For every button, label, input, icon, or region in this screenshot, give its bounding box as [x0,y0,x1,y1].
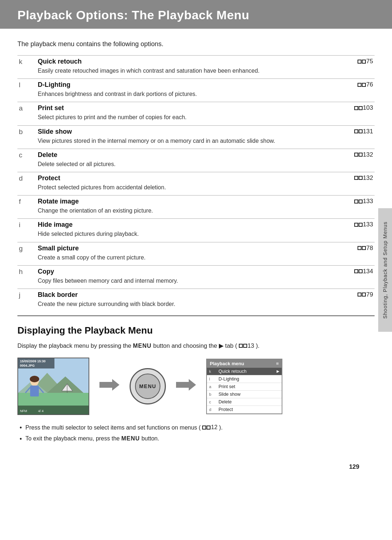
menu-desc-row-3: View pictures stored in the internal mem… [17,137,375,149]
menu-ref-5: 132 [247,172,375,183]
svg-text:15/05/2009 15:30: 15/05/2009 15:30 [20,359,46,363]
menu-item-row-7: i Hide image 133 [17,219,375,230]
menu-item-row-6: f Rotate image 133 [17,196,375,207]
menu-item-row-1: l D-Lighting 76 [17,79,375,90]
arrow-2 [176,378,196,395]
menu-ref-9: 134 [247,265,375,277]
menu-icon-8: g [17,242,36,253]
intro-text: The playback menu contains the following… [17,40,375,48]
side-tab: Shooting, Playback and Setup Menus [378,208,392,332]
desc-indent-3 [17,137,36,149]
desc-indent-5 [17,183,36,196]
menu-keyword: MENU [133,343,151,349]
menu-desc-row-6: Change the orientation of an existing pi… [17,206,375,219]
svg-marker-18 [99,379,119,391]
header-bar: Playback Options: The Playback Menu [0,0,392,29]
menu-ref-1: 76 [247,79,375,90]
section-divider [17,315,375,316]
pm-item-1: l D-Lighting [207,375,282,383]
desc-indent-9 [17,277,36,289]
menu-btn-label: MENU [139,383,156,389]
desc-indent-6 [17,206,36,219]
svg-rect-15 [18,406,89,415]
arrow-1 [99,378,119,395]
menu-desc-2: Select pictures to print and the number … [36,113,375,125]
menu-desc-9: Copy files between memory card and inter… [36,277,375,289]
menu-desc-row-8: Create a small copy of the current pictu… [17,253,375,266]
svg-text:NFM: NFM [20,409,27,413]
image-demonstration-row: 15/05/2009 15:30 0004.JPG NFM 4/ 4 MENU [17,358,375,415]
pm-item-3: b Slide show [207,391,282,398]
menu-desc-row-9: Copy files between memory card and inter… [17,277,375,289]
menu-icon-7: i [17,219,36,230]
pm-item-arrow-0: ▶ [277,369,279,373]
svg-point-11 [30,376,39,382]
pm-item-label-0: Quick retouch [219,369,246,374]
camera-scene-svg: 15/05/2009 15:30 0004.JPG NFM 4/ 4 [18,358,89,415]
menu-desc-row-2: Select pictures to print and the number … [17,113,375,125]
pm-item-icon-3: b [209,392,217,396]
bullet-list: Press the multi selector to select items… [17,423,375,443]
section2-intro: Display the playback menu by pressing th… [17,341,375,350]
bullet-2: To exit the playback menu, press the MEN… [17,434,375,443]
menu-item-row-10: j Black border 79 [17,289,375,300]
menu-item-row-4: c Delete 132 [17,149,375,160]
menu-keyword-2: MENU [121,435,140,442]
menu-label-6: Rotate image [36,196,247,207]
pm-item-label-3: Slide show [219,392,240,397]
menu-desc-3: View pictures stored in the internal mem… [36,137,375,149]
menu-icon-0: k [17,56,36,67]
desc-indent-2 [17,113,36,125]
bullet-2-part2: button. [142,435,159,442]
pm-item-label-1: D-Lighting [219,376,239,382]
pm-item-icon-2: a [209,384,217,389]
menu-desc-1: Enhances brightness and contrast in dark… [36,90,375,102]
menu-desc-6: Change the orientation of an existing pi… [36,206,375,219]
menu-ref-0: 75 [247,56,375,67]
pm-item-0: k Quick retouch ▶ [207,368,282,375]
main-content: The playback menu contains the following… [0,29,392,460]
menu-button-illustration: MENU [130,368,166,404]
pm-item-icon-0: k [209,369,217,374]
menu-label-1: D-Lighting [36,79,247,90]
bullet-2-part1: To exit the playback menu, press the [25,435,121,442]
menu-label-7: Hide image [36,219,247,230]
menu-icon-1: l [17,79,36,90]
menu-label-2: Print set [36,102,247,113]
section2-intro-part2: button and choosing the [153,342,219,349]
menu-desc-0: Easily create retouched images in which … [36,67,375,79]
pm-item-label-2: Print set [219,384,235,389]
menu-label-4: Delete [36,149,247,160]
menu-label-5: Protect [36,172,247,183]
section2-intro-part1: Display the playback menu by pressing th… [17,342,133,349]
desc-indent-0 [17,67,36,79]
menu-desc-row-5: Protect selected pictures from accidenta… [17,183,375,196]
section2-intro-part4: ). [256,342,260,349]
menu-desc-10: Create the new picture surrounding with … [36,300,375,312]
pm-item-icon-4: c [209,400,217,404]
menu-icon-2: a [17,102,36,113]
pm-item-4: c Delete [207,398,282,406]
menu-item-row-9: h Copy 134 [17,265,375,277]
menu-ref-7: 133 [247,219,375,230]
svg-text:4/ 4: 4/ 4 [38,409,44,413]
menu-desc-row-4: Delete selected or all pictures. [17,160,375,172]
desc-indent-1 [17,90,36,102]
desc-indent-7 [17,230,36,242]
menu-icon-5: d [17,172,36,183]
menu-item-row-0: k Quick retouch 75 [17,56,375,67]
menu-label-9: Copy [36,265,247,277]
desc-indent-10 [17,300,36,312]
svg-marker-19 [176,379,196,391]
section2-heading: Displaying the Playback Menu [17,325,375,336]
menu-label-10: Black border [36,289,247,300]
bullet-1-part2: ). [219,424,223,431]
menu-desc-8: Create a small copy of the current pictu… [36,253,375,266]
pm-item-5: d Protect [207,406,282,414]
pm-item-label-4: Delete [219,399,232,404]
page-title: Playback Options: The Playback Menu [17,8,375,22]
bullet-1: Press the multi selector to select items… [17,423,375,432]
menu-desc-row-0: Easily create retouched images in which … [17,67,375,79]
menu-item-row-5: d Protect 132 [17,172,375,183]
section2-intro-part3: tab ( [225,342,237,349]
